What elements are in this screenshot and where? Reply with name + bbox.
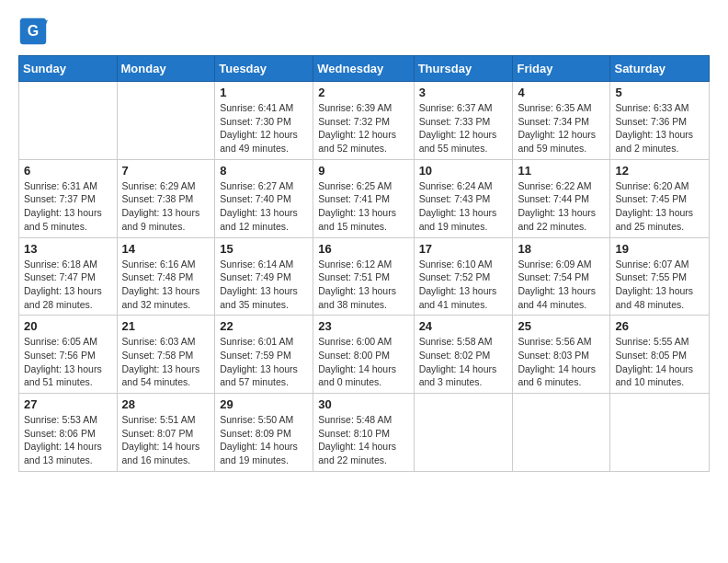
day-info: Sunrise: 6:31 AMSunset: 7:37 PMDaylight:…: [24, 179, 112, 234]
calendar-cell: 28Sunrise: 5:51 AMSunset: 8:07 PMDayligh…: [117, 394, 215, 472]
col-header-sunday: Sunday: [19, 56, 118, 82]
calendar-header-row: SundayMondayTuesdayWednesdayThursdayFrid…: [19, 56, 710, 82]
day-info: Sunrise: 6:24 AMSunset: 7:43 PMDaylight:…: [419, 179, 508, 234]
day-number: 29: [220, 397, 308, 411]
col-header-tuesday: Tuesday: [215, 56, 313, 82]
day-info: Sunrise: 5:50 AMSunset: 8:09 PMDaylight:…: [220, 413, 308, 467]
day-info: Sunrise: 6:14 AMSunset: 7:49 PMDaylight:…: [220, 258, 308, 312]
day-number: 25: [518, 319, 605, 333]
day-info: Sunrise: 6:12 AMSunset: 7:51 PMDaylight:…: [318, 258, 408, 312]
day-info: Sunrise: 6:29 AMSunset: 7:38 PMDaylight:…: [122, 179, 210, 234]
logo-icon: G: [18, 17, 48, 46]
day-info: Sunrise: 6:07 AMSunset: 7:55 PMDaylight:…: [615, 258, 704, 312]
day-number: 27: [24, 397, 112, 411]
day-info: Sunrise: 6:05 AMSunset: 7:56 PMDaylight:…: [24, 335, 112, 389]
calendar-cell: 27Sunrise: 5:53 AMSunset: 8:06 PMDayligh…: [19, 394, 118, 472]
day-number: 24: [419, 319, 508, 333]
day-number: 11: [518, 164, 605, 178]
calendar-cell: 21Sunrise: 6:03 AMSunset: 7:58 PMDayligh…: [117, 316, 215, 394]
day-info: Sunrise: 6:39 AMSunset: 7:32 PMDaylight:…: [318, 101, 408, 155]
day-number: 12: [615, 164, 704, 178]
day-number: 16: [318, 242, 408, 256]
calendar-cell: 17Sunrise: 6:10 AMSunset: 7:52 PMDayligh…: [414, 237, 513, 316]
page: G SundayMondayTuesdayWednesdayThursdayFr…: [0, 0, 728, 488]
day-number: 18: [518, 242, 605, 256]
day-info: Sunrise: 6:10 AMSunset: 7:52 PMDaylight:…: [419, 258, 508, 312]
week-row-2: 6Sunrise: 6:31 AMSunset: 7:37 PMDaylight…: [19, 159, 710, 237]
day-info: Sunrise: 6:27 AMSunset: 7:40 PMDaylight:…: [220, 179, 308, 234]
day-info: Sunrise: 5:56 AMSunset: 8:03 PMDaylight:…: [518, 335, 605, 389]
day-info: Sunrise: 6:00 AMSunset: 8:00 PMDaylight:…: [318, 335, 408, 389]
calendar-cell: 26Sunrise: 5:55 AMSunset: 8:05 PMDayligh…: [610, 316, 710, 394]
calendar-cell: 12Sunrise: 6:20 AMSunset: 7:45 PMDayligh…: [610, 159, 710, 237]
calendar-cell: [610, 394, 710, 472]
calendar-cell: 5Sunrise: 6:33 AMSunset: 7:36 PMDaylight…: [610, 82, 710, 160]
day-info: Sunrise: 6:35 AMSunset: 7:34 PMDaylight:…: [518, 101, 605, 155]
week-row-4: 20Sunrise: 6:05 AMSunset: 7:56 PMDayligh…: [19, 316, 710, 394]
col-header-thursday: Thursday: [414, 56, 513, 82]
day-info: Sunrise: 6:33 AMSunset: 7:36 PMDaylight:…: [615, 101, 704, 155]
calendar-cell: 1Sunrise: 6:41 AMSunset: 7:30 PMDaylight…: [215, 82, 313, 160]
day-info: Sunrise: 5:58 AMSunset: 8:02 PMDaylight:…: [419, 335, 508, 389]
day-info: Sunrise: 5:48 AMSunset: 8:10 PMDaylight:…: [318, 413, 408, 467]
calendar-cell: 9Sunrise: 6:25 AMSunset: 7:41 PMDaylight…: [313, 159, 414, 237]
day-number: 19: [615, 242, 704, 256]
calendar-cell: 13Sunrise: 6:18 AMSunset: 7:47 PMDayligh…: [19, 237, 118, 316]
calendar-cell: 3Sunrise: 6:37 AMSunset: 7:33 PMDaylight…: [414, 82, 513, 160]
col-header-wednesday: Wednesday: [313, 56, 414, 82]
calendar-cell: 23Sunrise: 6:00 AMSunset: 8:00 PMDayligh…: [313, 316, 414, 394]
calendar-cell: 14Sunrise: 6:16 AMSunset: 7:48 PMDayligh…: [117, 237, 215, 316]
week-row-1: 1Sunrise: 6:41 AMSunset: 7:30 PMDaylight…: [19, 82, 710, 160]
calendar-cell: [414, 394, 513, 472]
calendar-cell: 16Sunrise: 6:12 AMSunset: 7:51 PMDayligh…: [313, 237, 414, 316]
day-number: 6: [24, 164, 112, 178]
calendar-cell: 18Sunrise: 6:09 AMSunset: 7:54 PMDayligh…: [513, 237, 610, 316]
calendar-table: SundayMondayTuesdayWednesdayThursdayFrid…: [18, 55, 710, 472]
day-info: Sunrise: 6:37 AMSunset: 7:33 PMDaylight:…: [419, 101, 508, 155]
calendar-cell: 6Sunrise: 6:31 AMSunset: 7:37 PMDaylight…: [19, 159, 118, 237]
day-info: Sunrise: 5:51 AMSunset: 8:07 PMDaylight:…: [122, 413, 210, 467]
calendar-cell: 2Sunrise: 6:39 AMSunset: 7:32 PMDaylight…: [313, 82, 414, 160]
header: G: [18, 17, 710, 46]
day-number: 7: [122, 164, 210, 178]
day-number: 15: [220, 242, 308, 256]
calendar-cell: 10Sunrise: 6:24 AMSunset: 7:43 PMDayligh…: [414, 159, 513, 237]
col-header-friday: Friday: [513, 56, 610, 82]
day-number: 14: [122, 242, 210, 256]
day-info: Sunrise: 6:01 AMSunset: 7:59 PMDaylight:…: [220, 335, 308, 389]
calendar-cell: 15Sunrise: 6:14 AMSunset: 7:49 PMDayligh…: [215, 237, 313, 316]
day-number: 28: [122, 397, 210, 411]
calendar-cell: [513, 394, 610, 472]
day-number: 21: [122, 319, 210, 333]
day-number: 8: [220, 164, 308, 178]
calendar-cell: 29Sunrise: 5:50 AMSunset: 8:09 PMDayligh…: [215, 394, 313, 472]
calendar-cell: 11Sunrise: 6:22 AMSunset: 7:44 PMDayligh…: [513, 159, 610, 237]
day-info: Sunrise: 6:03 AMSunset: 7:58 PMDaylight:…: [122, 335, 210, 389]
day-number: 2: [318, 86, 408, 99]
col-header-saturday: Saturday: [610, 56, 710, 82]
day-info: Sunrise: 6:41 AMSunset: 7:30 PMDaylight:…: [220, 101, 308, 155]
day-info: Sunrise: 6:25 AMSunset: 7:41 PMDaylight:…: [318, 179, 408, 234]
logo: G: [18, 17, 51, 46]
calendar-cell: 30Sunrise: 5:48 AMSunset: 8:10 PMDayligh…: [313, 394, 414, 472]
day-number: 4: [518, 86, 605, 99]
day-info: Sunrise: 6:09 AMSunset: 7:54 PMDaylight:…: [518, 258, 605, 312]
calendar-cell: [19, 82, 118, 160]
day-number: 17: [419, 242, 508, 256]
day-number: 10: [419, 164, 508, 178]
day-info: Sunrise: 5:55 AMSunset: 8:05 PMDaylight:…: [615, 335, 704, 389]
day-info: Sunrise: 6:20 AMSunset: 7:45 PMDaylight:…: [615, 179, 704, 234]
day-number: 20: [24, 319, 112, 333]
svg-text:G: G: [28, 23, 39, 39]
col-header-monday: Monday: [117, 56, 215, 82]
calendar-cell: 19Sunrise: 6:07 AMSunset: 7:55 PMDayligh…: [610, 237, 710, 316]
calendar-cell: 25Sunrise: 5:56 AMSunset: 8:03 PMDayligh…: [513, 316, 610, 394]
week-row-5: 27Sunrise: 5:53 AMSunset: 8:06 PMDayligh…: [19, 394, 710, 472]
day-info: Sunrise: 6:16 AMSunset: 7:48 PMDaylight:…: [122, 258, 210, 312]
day-number: 1: [220, 86, 308, 99]
calendar-cell: 22Sunrise: 6:01 AMSunset: 7:59 PMDayligh…: [215, 316, 313, 394]
calendar-cell: 24Sunrise: 5:58 AMSunset: 8:02 PMDayligh…: [414, 316, 513, 394]
day-info: Sunrise: 6:18 AMSunset: 7:47 PMDaylight:…: [24, 258, 112, 312]
day-number: 22: [220, 319, 308, 333]
day-number: 13: [24, 242, 112, 256]
